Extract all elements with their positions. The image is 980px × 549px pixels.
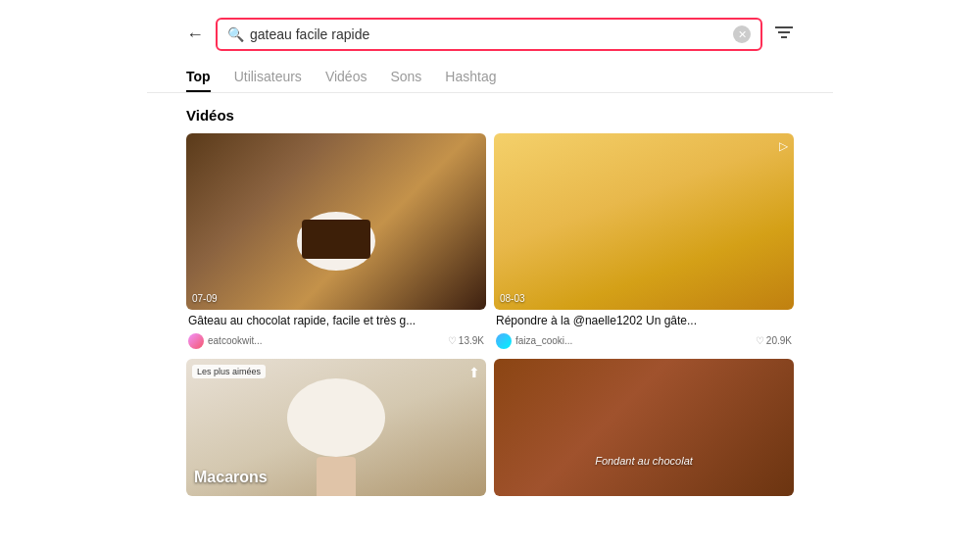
video-thumb-2: ▷ 08-03 [494, 133, 794, 310]
top-bar: ← 🔍 ✕ [147, 18, 833, 51]
likes-count-2: 20.9K [766, 335, 792, 346]
video-card-3[interactable]: Les plus aimées ⬆ Macarons [186, 359, 486, 496]
video-card-4[interactable]: Fondant au chocolat [494, 359, 794, 496]
video-info-2: Répondre à la @naelle1202 Un gâte... fai… [494, 310, 794, 351]
video-grid: 07-09 Gâteau au chocolat rapide, facile … [186, 133, 794, 496]
heart-icon-2: ♡ [756, 335, 764, 346]
search-input[interactable] [250, 26, 727, 42]
filter-icon [774, 25, 794, 44]
author-name-2: faiza_cooki... [515, 335, 572, 346]
heart-icon-1: ♡ [448, 335, 457, 346]
avatar-1 [188, 333, 204, 349]
tab-hashtag[interactable]: Hashtag [445, 63, 496, 92]
section-title: Vidéos [186, 107, 794, 124]
fondant-label: Fondant au chocolat [595, 455, 693, 467]
tabs-bar: Top Utilisateurs Vidéos Sons Hashtag [147, 63, 833, 93]
back-button[interactable]: ← [186, 25, 204, 45]
video-title-2: Répondre à la @naelle1202 Un gâte... [496, 314, 792, 329]
play-icon-2: ▷ [779, 139, 788, 153]
clear-button[interactable]: ✕ [733, 25, 751, 43]
save-icon-3: ⬆ [468, 365, 480, 380]
video-thumb-3: Les plus aimées ⬆ Macarons [186, 359, 486, 496]
video-title-1: Gâteau au chocolat rapide, facile et trè… [188, 314, 484, 329]
macarons-plate [287, 378, 385, 457]
timestamp-1: 07-09 [192, 293, 218, 304]
tab-sons[interactable]: Sons [390, 63, 421, 92]
likes-count-1: 13.9K [459, 335, 484, 346]
video-meta-2: faiza_cooki... ♡ 20.9K [496, 333, 792, 349]
avatar-2 [496, 333, 512, 349]
video-thumb-4: Fondant au chocolat [494, 359, 794, 496]
tab-videos[interactable]: Vidéos [325, 63, 368, 92]
video-info-1: Gâteau au chocolat rapide, facile et trè… [186, 310, 486, 351]
video-card-2[interactable]: ▷ 08-03 Répondre à la @naelle1202 Un gât… [494, 133, 794, 351]
search-icon: 🔍 [227, 26, 244, 42]
video-meta-1: eatcookwit... ♡ 13.9K [188, 333, 484, 349]
content-area: Vidéos 07-09 Gâteau au chocolat rapide, … [147, 107, 833, 496]
likes-1: ♡ 13.9K [448, 335, 484, 346]
likes-2: ♡ 20.9K [756, 335, 792, 346]
search-box: 🔍 ✕ [216, 18, 762, 51]
tab-top[interactable]: Top [186, 63, 211, 92]
video-thumb-1: 07-09 [186, 133, 486, 310]
badge-top-left-3: Les plus aimées [192, 365, 266, 378]
back-icon: ← [186, 25, 204, 45]
tab-utilisateurs[interactable]: Utilisateurs [234, 63, 302, 92]
filter-button[interactable] [774, 25, 794, 45]
video-card-1[interactable]: 07-09 Gâteau au chocolat rapide, facile … [186, 133, 486, 351]
author-name-1: eatcookwit... [208, 335, 263, 346]
macarons-label: Macarons [194, 469, 478, 486]
timestamp-2: 08-03 [500, 293, 525, 304]
